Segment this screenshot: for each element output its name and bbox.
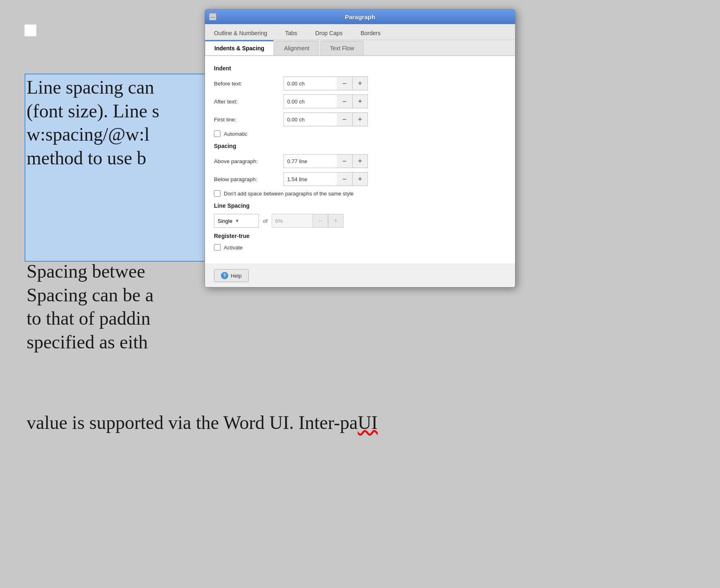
line-spacing-row: Single ▼ of − +: [214, 214, 506, 228]
dialog-titlebar: — Paragraph: [205, 9, 515, 24]
below-paragraph-row: Below paragraph: − +: [214, 172, 506, 186]
doc-text-block-2: Spacing betwee Spacing can be a to that …: [27, 260, 227, 354]
document-area: Line spacing can (font size). Line s w:s…: [0, 0, 720, 588]
line-spacing-section-header: Line Spacing: [214, 202, 506, 209]
line-spacing-value-input: [272, 214, 313, 228]
line-spacing-decrement: −: [313, 214, 328, 228]
first-line-input[interactable]: [284, 112, 337, 126]
line-spacing-increment: +: [328, 214, 344, 228]
dont-add-space-checkbox[interactable]: [214, 190, 220, 197]
above-paragraph-input[interactable]: [284, 154, 337, 168]
tab-alignment[interactable]: Alignment: [274, 41, 319, 55]
page-corner: [25, 25, 37, 37]
below-paragraph-decrement[interactable]: −: [337, 172, 352, 186]
activate-row: Activate: [214, 244, 506, 251]
tab-indents-spacing[interactable]: Indents & Spacing: [205, 40, 274, 55]
dialog-body: Indent Before text: − + After text: − +: [205, 56, 515, 264]
tab-borders[interactable]: Borders: [351, 27, 389, 40]
activate-checkbox[interactable]: [214, 244, 220, 251]
first-line-decrement[interactable]: −: [337, 112, 352, 126]
help-icon: ?: [221, 272, 228, 279]
dropdown-arrow-icon: ▼: [235, 218, 239, 223]
dont-add-space-row: Don't add space between paragraphs of th…: [214, 190, 506, 197]
above-paragraph-row: Above paragraph: − +: [214, 154, 506, 168]
dialog-footer: ? Help: [205, 264, 515, 287]
dont-add-space-label: Don't add space between paragraphs of th…: [224, 191, 354, 197]
tab-tabs[interactable]: Tabs: [276, 27, 306, 40]
before-text-input[interactable]: [284, 76, 337, 90]
register-true-header: Register-true: [214, 233, 506, 239]
paragraph-dialog: — Paragraph Outline & Numbering Tabs Dro…: [205, 9, 515, 287]
line-spacing-value-spinner: − +: [272, 214, 344, 228]
automatic-label: Automatic: [224, 131, 248, 137]
dialog-close-btn[interactable]: —: [209, 13, 216, 20]
activate-label: Activate: [224, 245, 243, 251]
after-text-increment[interactable]: +: [352, 94, 368, 108]
above-paragraph-spinner: − +: [284, 154, 368, 168]
below-paragraph-label: Below paragraph:: [214, 176, 284, 182]
after-text-input[interactable]: [284, 94, 337, 108]
automatic-row: Automatic: [214, 130, 506, 137]
after-text-row: After text: − +: [214, 94, 506, 108]
indent-section-header: Indent: [214, 65, 506, 72]
before-text-increment[interactable]: +: [352, 76, 368, 90]
tab-drop-caps[interactable]: Drop Caps: [306, 27, 352, 40]
first-line-spinner: − +: [284, 112, 368, 126]
after-text-label: After text:: [214, 99, 284, 105]
first-line-label: First line:: [214, 117, 284, 123]
after-text-spinner: − +: [284, 94, 368, 108]
doc-text-block-3: value is supported via the Word UI. Inte…: [27, 411, 720, 435]
tab-text-flow[interactable]: Text Flow: [320, 41, 363, 55]
help-button[interactable]: ? Help: [214, 269, 249, 282]
tab-bar-row2: Indents & Spacing Alignment Text Flow: [205, 40, 515, 56]
of-label: of: [263, 218, 268, 224]
above-paragraph-label: Above paragraph:: [214, 158, 284, 164]
after-text-decrement[interactable]: −: [337, 94, 352, 108]
above-paragraph-increment[interactable]: +: [352, 154, 368, 168]
before-text-label: Before text:: [214, 81, 284, 87]
line-spacing-dropdown-value: Single: [218, 218, 232, 224]
before-text-row: Before text: − +: [214, 76, 506, 90]
first-line-increment[interactable]: +: [352, 112, 368, 126]
first-line-row: First line: − +: [214, 112, 506, 126]
register-true-section: Register-true Activate: [214, 233, 506, 251]
below-paragraph-spinner: − +: [284, 172, 368, 186]
below-paragraph-input[interactable]: [284, 172, 337, 186]
tab-outline-numbering[interactable]: Outline & Numbering: [205, 27, 276, 40]
above-paragraph-decrement[interactable]: −: [337, 154, 352, 168]
below-paragraph-increment[interactable]: +: [352, 172, 368, 186]
tab-bar-row1: Outline & Numbering Tabs Drop Caps Borde…: [205, 24, 515, 40]
automatic-checkbox[interactable]: [214, 130, 220, 137]
before-text-spinner: − +: [284, 76, 368, 90]
dialog-title: Paragraph: [345, 13, 375, 20]
before-text-decrement[interactable]: −: [337, 76, 352, 90]
line-spacing-dropdown[interactable]: Single ▼: [214, 214, 259, 228]
close-icon: —: [209, 13, 216, 20]
doc-text-block-1: Line spacing can (font size). Line s w:s…: [27, 76, 227, 170]
spacing-section-header: Spacing: [214, 143, 506, 149]
